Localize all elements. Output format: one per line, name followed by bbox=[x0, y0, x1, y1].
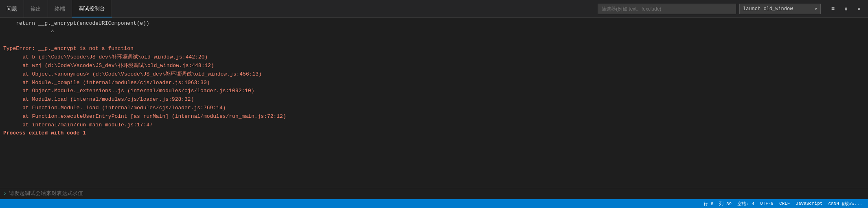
filter-input[interactable] bbox=[601, 6, 732, 12]
debug-prompt-icon: › bbox=[3, 191, 7, 197]
tab-bar-icons: ≡ ∧ ✕ bbox=[824, 3, 868, 15]
console-line bbox=[3, 37, 865, 45]
console-line: at Function.Module._load (internal/modul… bbox=[3, 104, 865, 113]
dropdown-arrow-icon: ∨ bbox=[815, 6, 817, 11]
tab-terminal[interactable]: 终端 bbox=[48, 0, 72, 17]
console-line: Process exited with code 1 bbox=[3, 129, 865, 138]
console-line: TypeError: __g._encrypt is not a functio… bbox=[3, 45, 865, 53]
tab-debug-console-label: 调试控制台 bbox=[79, 5, 105, 12]
status-spaces: 空格: 4 bbox=[735, 201, 757, 207]
tab-problems-label: 问题 bbox=[7, 5, 17, 13]
console-line: at Object.Module._extensions..js (intern… bbox=[3, 87, 865, 95]
console-line: at wzj (d:\Code\Vscode\JS_dev\补环境调试\old_… bbox=[3, 62, 865, 70]
filter-input-wrap[interactable] bbox=[598, 4, 736, 14]
tab-output-label: 输出 bbox=[31, 5, 41, 13]
status-col: 列 39 bbox=[717, 201, 734, 207]
status-encoding: UTF-8 bbox=[758, 201, 776, 206]
console-line: at internal/main/run_main_module.js:17:4… bbox=[3, 121, 865, 130]
tab-problems[interactable]: 问题 bbox=[0, 0, 24, 17]
tab-terminal-label: 终端 bbox=[55, 5, 65, 13]
console-line: return __g._encrypt(encodeURIComponent(e… bbox=[3, 20, 865, 28]
status-line-ending: CRLF bbox=[777, 201, 792, 206]
console-line: at Object.<anonymous> (d:\Code\Vscode\JS… bbox=[3, 70, 865, 79]
console-line: at b (d:\Code\Vscode\JS_dev\补环境调试\old_wi… bbox=[3, 53, 865, 62]
status-right: 行 8 列 39 空格: 4 UTF-8 CRLF JavaScript CSD… bbox=[701, 201, 865, 207]
debug-input-bar: › bbox=[0, 188, 868, 199]
close-icon: ✕ bbox=[857, 5, 861, 12]
debug-expression-input[interactable] bbox=[9, 191, 865, 197]
status-row: 行 8 bbox=[701, 201, 716, 207]
launch-dropdown-label: launch old_window bbox=[743, 6, 812, 12]
filter-area: launch old_window ∨ bbox=[594, 4, 824, 14]
console-line: at Function.executeUserEntryPoint [as ru… bbox=[3, 113, 865, 121]
console-content: return __g._encrypt(encodeURIComponent(e… bbox=[0, 18, 868, 188]
status-language[interactable]: JavaScript bbox=[793, 201, 825, 206]
status-extras: CSDN @放xW... bbox=[826, 201, 865, 207]
tab-debug-console[interactable]: 调试控制台 bbox=[72, 0, 112, 17]
tab-bar: 问题 输出 终端 调试控制台 launch old_window ∨ ≡ ∧ ✕ bbox=[0, 0, 868, 18]
chevron-up-icon: ∧ bbox=[844, 5, 848, 12]
console-line: at Module.load (internal/modules/cjs/loa… bbox=[3, 95, 865, 104]
launch-dropdown[interactable]: launch old_window ∨ bbox=[739, 4, 821, 14]
status-bar: 行 8 列 39 空格: 4 UTF-8 CRLF JavaScript CSD… bbox=[0, 199, 868, 208]
chevron-up-btn[interactable]: ∧ bbox=[840, 3, 852, 15]
tab-output[interactable]: 输出 bbox=[24, 0, 48, 17]
close-btn[interactable]: ✕ bbox=[853, 3, 865, 15]
console-line: at Module._compile (internal/modules/cjs… bbox=[3, 79, 865, 87]
filter-icon: ≡ bbox=[831, 6, 835, 12]
filter-icon-btn[interactable]: ≡ bbox=[827, 3, 839, 15]
console-line: ^ bbox=[3, 28, 865, 37]
